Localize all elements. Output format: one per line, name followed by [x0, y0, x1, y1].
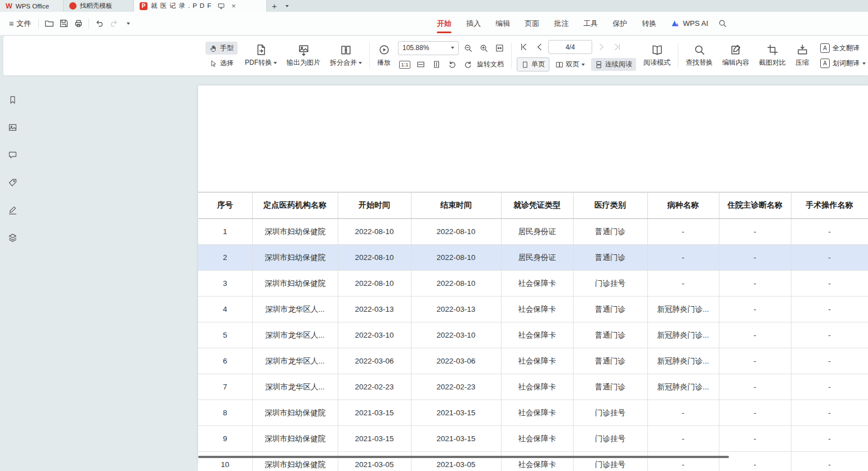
- table-cell: 2021-03-05: [338, 452, 411, 471]
- fit-page-button[interactable]: [429, 59, 443, 71]
- word-translate-label: 划词翻译: [833, 59, 860, 68]
- file-menu-button[interactable]: ≡ 文件: [5, 16, 35, 31]
- table-cell: 2022-03-06: [338, 348, 411, 374]
- read-mode-button[interactable]: 阅读模式: [641, 43, 673, 69]
- pdf-page[interactable]: 序号定点医药机构名称开始时间结束时间就诊凭证类型医疗类别病种名称住院主诊断名称手…: [198, 86, 868, 463]
- menu-tab-edit[interactable]: 编辑: [488, 12, 517, 35]
- find-replace-button[interactable]: 查找替换: [683, 43, 715, 69]
- table-cell: 门诊挂号: [573, 452, 647, 471]
- export-image-label: 输出为图片: [287, 58, 320, 68]
- fit-window-button[interactable]: [493, 42, 506, 54]
- open-file-button[interactable]: [42, 16, 56, 31]
- tab-document[interactable]: P 就医记录.PDF ×: [134, 0, 267, 12]
- table-cell: 普通门诊: [573, 348, 647, 374]
- zoom-in-button[interactable]: [477, 42, 490, 54]
- print-button[interactable]: [71, 16, 86, 31]
- menu-tab-insert[interactable]: 插入: [459, 12, 488, 35]
- compress-button[interactable]: 压缩: [793, 43, 811, 69]
- redo-button[interactable]: [106, 16, 121, 31]
- table-cell: 新冠肺炎门诊...: [647, 374, 719, 400]
- actual-size-button[interactable]: 1:1: [398, 59, 411, 71]
- word-translate-button[interactable]: A 划词翻译: [816, 57, 868, 70]
- thumbnails-panel-button[interactable]: [5, 120, 20, 134]
- screenshot-compare-button[interactable]: 截图对比: [757, 43, 788, 69]
- chevron-down-icon: [581, 64, 585, 66]
- hand-tool-label: 手型: [220, 43, 234, 53]
- split-merge-icon: [340, 44, 352, 56]
- table-cell: 6: [198, 348, 252, 374]
- rotate-right-button[interactable]: [461, 59, 475, 71]
- table-cell: 2022-08-10: [411, 245, 501, 271]
- split-merge-label: 拆分合并: [330, 58, 357, 68]
- export-image-button[interactable]: 输出为图片: [284, 43, 323, 69]
- signature-panel-button[interactable]: [5, 203, 20, 217]
- zoom-out-button[interactable]: [461, 42, 475, 54]
- continuous-read-button[interactable]: 连续阅读: [591, 58, 636, 71]
- monitor-icon[interactable]: [217, 2, 225, 10]
- tab-docer[interactable]: 找稻壳模板: [64, 0, 134, 12]
- prev-page-button[interactable]: [533, 41, 546, 53]
- page-number-input[interactable]: 4/4: [548, 40, 592, 54]
- select-tool-button[interactable]: 选择: [205, 57, 238, 70]
- fit-width-button[interactable]: [414, 59, 427, 71]
- table-cell: -: [719, 219, 791, 245]
- menu-tab-convert[interactable]: 转换: [634, 12, 664, 35]
- pdf-convert-icon: [255, 44, 267, 56]
- screenshot-compare-label: 截图对比: [759, 58, 786, 68]
- wps-ai-button[interactable]: WPS AI: [664, 12, 715, 35]
- table-cell: 2022-08-10: [338, 271, 411, 297]
- table-cell: 4: [198, 297, 252, 322]
- printer-icon: [74, 19, 83, 28]
- single-page-button[interactable]: 单页: [517, 57, 549, 71]
- menu-tabs: 开始插入编辑页面批注工具保护转换: [429, 12, 664, 35]
- table-cell: 深圳市龙华区人...: [252, 297, 338, 322]
- menu-search-button[interactable]: [715, 16, 730, 31]
- new-tab-button[interactable]: +: [267, 0, 282, 12]
- table-cell: 2: [198, 245, 252, 271]
- table-cell: 居民身份证: [501, 219, 573, 245]
- table-cell: -: [719, 452, 791, 471]
- pen-icon: [8, 205, 17, 215]
- actual-size-icon: 1:1: [399, 61, 410, 69]
- undo-history-chevron-icon[interactable]: [121, 16, 136, 31]
- table-cell: 深圳市妇幼保健院: [252, 219, 338, 245]
- bookmarks-panel-button[interactable]: [5, 92, 20, 107]
- attachments-panel-button[interactable]: [5, 175, 20, 190]
- table-cell: 2022-08-10: [338, 219, 411, 245]
- split-merge-button[interactable]: 拆分合并: [328, 43, 364, 69]
- column-header: 手术操作名称: [791, 192, 868, 219]
- rotate-left-button[interactable]: [445, 59, 459, 71]
- pdf-convert-button[interactable]: PDF转换: [243, 43, 279, 69]
- menu-tab-protect[interactable]: 保护: [605, 12, 634, 35]
- search-icon: [718, 19, 727, 28]
- next-page-button[interactable]: [594, 41, 608, 53]
- close-tab-icon[interactable]: ×: [230, 2, 238, 10]
- compress-label: 压缩: [795, 58, 809, 68]
- edit-content-button[interactable]: 编辑内容: [720, 43, 751, 69]
- play-button[interactable]: 播放: [375, 43, 393, 69]
- first-page-button[interactable]: [517, 41, 530, 53]
- menu-tab-tools[interactable]: 工具: [576, 12, 605, 35]
- last-page-button[interactable]: [610, 41, 624, 53]
- divider: [369, 43, 370, 69]
- table-cell: -: [719, 271, 791, 297]
- menu-tab-comment[interactable]: 批注: [547, 12, 576, 35]
- fit-window-icon: [495, 43, 504, 53]
- undo-button[interactable]: [92, 16, 106, 31]
- rotate-doc-button[interactable]: 旋转文档: [477, 60, 504, 69]
- double-page-button[interactable]: 双页: [552, 58, 589, 71]
- cursor-icon: [209, 60, 217, 68]
- menu-tab-home[interactable]: 开始: [429, 12, 459, 35]
- menu-tab-page[interactable]: 页面: [517, 12, 547, 35]
- zoom-level-select[interactable]: 105.88%: [398, 41, 459, 55]
- comments-panel-button[interactable]: [5, 147, 20, 162]
- tab-list-chevron-icon[interactable]: [282, 0, 292, 12]
- horizontal-scrollbar[interactable]: [198, 456, 729, 458]
- tab-wps-office[interactable]: W WPS Office: [0, 0, 64, 12]
- file-menu-label: 文件: [16, 19, 31, 29]
- full-translate-button[interactable]: A 全文翻译: [816, 42, 868, 55]
- table-row: 6深圳市龙华区人...2022-03-062022-03-06社会保障卡普通门诊…: [198, 348, 868, 374]
- save-button[interactable]: [56, 16, 71, 31]
- layers-panel-button[interactable]: [5, 230, 20, 245]
- hand-tool-button[interactable]: 手型: [205, 42, 238, 55]
